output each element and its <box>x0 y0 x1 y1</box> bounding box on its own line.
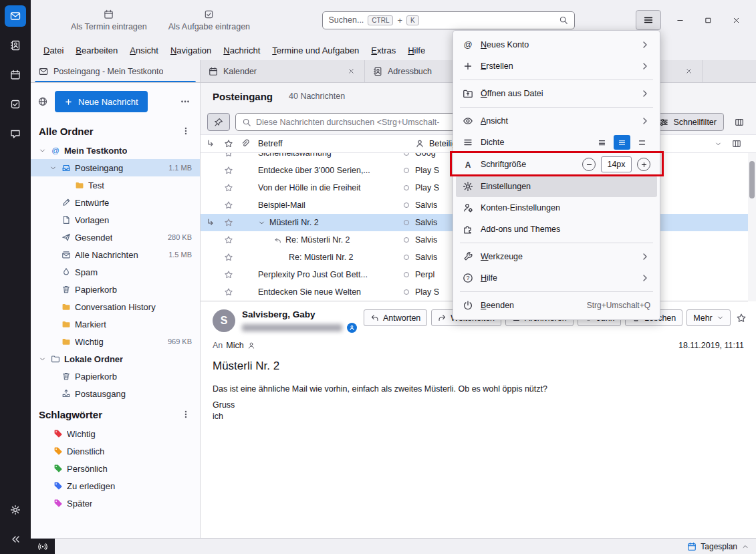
star-icon[interactable] <box>221 235 237 245</box>
tab-calendar[interactable]: Kalender <box>201 60 365 82</box>
menu-tools[interactable]: Werkzeuge <box>456 246 657 267</box>
space-tasks-button[interactable] <box>5 94 26 115</box>
space-addressbook-button[interactable] <box>5 35 26 56</box>
font-size-decrease-button[interactable] <box>582 158 596 171</box>
menubar-item-extras[interactable]: Extras <box>365 43 402 58</box>
address-book-badge-icon[interactable] <box>347 323 357 333</box>
star-icon[interactable] <box>221 253 237 262</box>
folder-posteingang[interactable]: Posteingang 1.1 MB <box>31 159 200 176</box>
quick-filter-button[interactable]: Schnellfilter <box>652 113 724 131</box>
menu-view[interactable]: Ansicht <box>456 110 657 132</box>
folder-modes-button[interactable] <box>180 125 192 137</box>
subject-column-header[interactable]: Betreff <box>254 139 398 148</box>
menubar-item-hilfe[interactable]: Hilfe <box>402 43 431 58</box>
menu-create[interactable]: Erstellen <box>456 55 657 77</box>
read-indicator[interactable] <box>398 237 415 243</box>
folder-vorlagen[interactable]: Vorlagen <box>31 211 200 229</box>
folder-local-papierkorb[interactable]: Papierkorb <box>31 368 200 385</box>
chevron-down-icon[interactable] <box>37 147 47 154</box>
menu-account-settings[interactable]: Konten-Einstellungen <box>456 197 657 219</box>
space-calendar-button[interactable] <box>5 64 26 86</box>
tag-spaeter[interactable]: Später <box>31 495 200 512</box>
star-icon[interactable] <box>221 153 237 158</box>
app-menu-button[interactable] <box>636 10 661 30</box>
folder-postausgang[interactable]: Postausgang <box>31 385 200 402</box>
menubar-item-ansicht[interactable]: Ansicht <box>124 43 164 58</box>
tab-mail[interactable]: Posteingang - Mein Testkonto <box>31 60 201 82</box>
density-relaxed-button[interactable] <box>634 135 650 150</box>
star-icon[interactable] <box>221 270 237 279</box>
column-picker-button[interactable] <box>727 139 747 148</box>
today-pane-toggle[interactable]: Tagesplan <box>687 542 756 551</box>
menu-addons[interactable]: Add-ons und Themes <box>456 219 657 240</box>
star-icon[interactable] <box>221 200 237 210</box>
add-event-button[interactable]: Als Termin eintragen <box>60 6 158 35</box>
space-chat-button[interactable] <box>5 123 26 144</box>
close-tab-button[interactable] <box>346 66 356 76</box>
global-search-input[interactable]: Suchen... CTRL + K <box>322 11 575 29</box>
scrollbar-thumb[interactable] <box>749 161 755 198</box>
read-indicator[interactable] <box>398 185 415 190</box>
folder-markiert[interactable]: Markiert <box>31 315 200 333</box>
attachment-column-button[interactable] <box>237 139 254 148</box>
to-value[interactable]: Mich <box>226 341 243 350</box>
folder-conversation-history[interactable]: Conversation History <box>31 298 200 315</box>
read-indicator[interactable] <box>398 272 415 277</box>
star-icon[interactable] <box>221 183 237 192</box>
read-indicator[interactable] <box>398 153 415 156</box>
star-column-button[interactable] <box>221 139 237 148</box>
read-indicator[interactable] <box>398 202 415 208</box>
folder-alle-nachrichten[interactable]: Alle Nachrichten 1.5 MB <box>31 246 200 263</box>
maximize-button[interactable] <box>695 9 723 31</box>
menubar-item-datei[interactable]: Datei <box>37 43 70 58</box>
density-compact-button[interactable] <box>594 135 610 150</box>
menu-font-size[interactable]: Schriftgröße 14px <box>456 153 657 176</box>
menu-settings[interactable]: Einstellungen <box>456 176 657 197</box>
star-message-button[interactable] <box>735 311 748 325</box>
star-icon[interactable] <box>221 218 237 227</box>
tag-wichtig[interactable]: Wichtig <box>31 425 200 442</box>
sender-name[interactable]: Salvisberg, Gaby <box>242 309 357 319</box>
quick-filter-pin-button[interactable] <box>207 113 230 131</box>
collapse-thread-icon[interactable] <box>258 219 265 227</box>
network-status-icon[interactable] <box>31 539 55 554</box>
folder-gesendet[interactable]: Gesendet 280 KB <box>31 229 200 246</box>
menu-density[interactable]: Dichte <box>456 132 657 153</box>
folder-wichtig[interactable]: Wichtig 969 KB <box>31 333 200 350</box>
menu-new-account[interactable]: Neues Konto <box>456 34 657 55</box>
sort-direction-button[interactable] <box>709 140 727 148</box>
menu-quit[interactable]: Beenden Strg+Umschalt+Q <box>456 295 657 316</box>
folder-entwuerfe[interactable]: Entwürfe <box>31 194 200 211</box>
tag-dienstlich[interactable]: Dienstlich <box>31 442 200 460</box>
density-default-button[interactable] <box>614 135 630 150</box>
scrollbar-track[interactable] <box>748 153 756 301</box>
spaces-settings-button[interactable] <box>5 499 26 521</box>
font-size-increase-button[interactable] <box>637 158 650 171</box>
space-mail-button[interactable] <box>5 5 26 27</box>
menubar-item-bearbeiten[interactable]: Bearbeiten <box>70 43 124 58</box>
chevron-down-icon[interactable] <box>48 164 57 172</box>
menubar-item-termine[interactable]: Termine und Aufgaben <box>266 43 365 58</box>
local-folders-row[interactable]: Lokale Ordner <box>31 350 200 368</box>
tag-persoenlich[interactable]: Persönlich <box>31 460 200 477</box>
folder-spam[interactable]: Spam <box>31 263 200 281</box>
menubar-item-navigation[interactable]: Navigation <box>164 43 217 58</box>
star-icon[interactable] <box>221 287 237 297</box>
read-indicator[interactable] <box>398 168 415 173</box>
star-icon[interactable] <box>221 166 237 175</box>
account-row[interactable]: Mein Testkonto <box>31 142 200 159</box>
menu-help[interactable]: Hilfe <box>456 267 657 289</box>
chevron-down-icon[interactable] <box>37 356 47 363</box>
menu-open-from-file[interactable]: Öffnen aus Datei <box>456 83 657 104</box>
folder-test[interactable]: Test <box>31 176 200 194</box>
new-message-button[interactable]: Neue Nachricht <box>55 91 148 112</box>
read-indicator[interactable] <box>398 220 415 225</box>
collapse-spaces-button[interactable] <box>5 529 26 550</box>
folder-papierkorb[interactable]: Papierkorb <box>31 281 200 298</box>
thread-column-button[interactable] <box>201 139 221 148</box>
close-button[interactable] <box>723 9 751 31</box>
read-indicator[interactable] <box>398 255 415 260</box>
reply-button[interactable]: Antworten <box>364 309 427 326</box>
add-task-button[interactable]: Als Aufgabe eintragen <box>158 6 261 35</box>
message-list-display-button[interactable] <box>729 113 749 131</box>
